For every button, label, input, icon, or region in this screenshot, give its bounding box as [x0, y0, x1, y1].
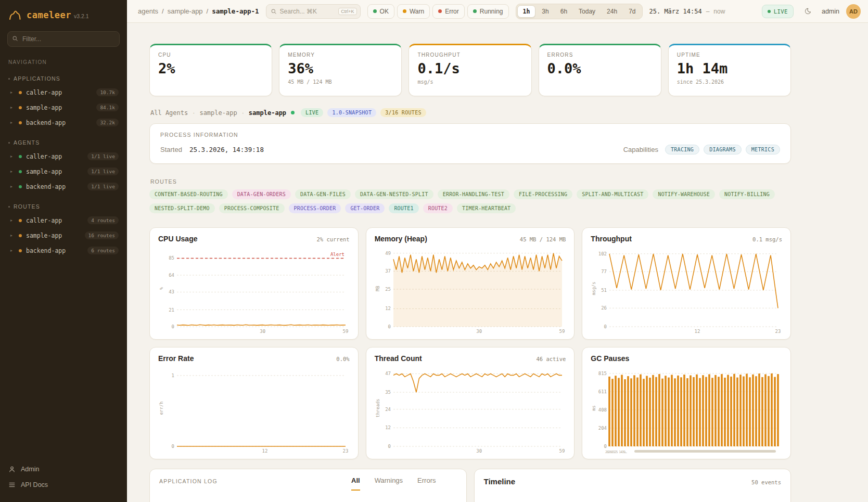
chart-meta: 0.1 msg/s: [752, 236, 782, 242]
context-current-agent[interactable]: sample-app: [249, 109, 286, 117]
sidebar-item[interactable]: ▸ backend-app 6 routes: [0, 243, 127, 258]
breadcrumb-current: sample-app-1: [212, 7, 259, 15]
sidebar-item[interactable]: ▸ sample-app 16 routes: [0, 228, 127, 243]
dashboard-content: CPU 2% MEMORY 36% 45 MB / 124 MB THROUGH…: [127, 23, 868, 502]
route-pill[interactable]: DATA-GEN-NESTED-SPLIT: [355, 189, 433, 199]
sidebar-footer-label: API Docs: [21, 481, 48, 488]
log-tab[interactable]: Warnings: [375, 477, 403, 491]
route-pill[interactable]: ROUTE2: [423, 203, 453, 213]
sidebar-item[interactable]: ▸ caller-app 4 routes: [0, 213, 127, 228]
route-pill[interactable]: PROCESS-COMPOSITE: [219, 203, 285, 213]
sidebar-item[interactable]: ▸ backend-app 32.2k: [0, 115, 127, 130]
breadcrumb-agents[interactable]: agents: [138, 7, 158, 15]
search-icon: [271, 8, 277, 15]
breadcrumb-separator: /: [162, 7, 164, 15]
search-shortcut-kbd: Ctrl+K: [338, 8, 356, 15]
sidebar-item-admin[interactable]: Admin: [8, 461, 119, 477]
sidebar-item[interactable]: ▸ caller-app 10.7k: [0, 85, 127, 100]
sidebar-item[interactable]: ▸ backend-app 1/1 live: [0, 179, 127, 194]
sidebar-item-badge: 6 routes: [87, 247, 119, 254]
route-pill[interactable]: ROUTE1: [389, 203, 418, 213]
gc-x-scrollbar[interactable]: [634, 450, 776, 453]
route-pill[interactable]: DATA-GEN-ORDERS: [232, 189, 291, 199]
app-logo[interactable]: cameleerv3.2.1: [0, 0, 127, 29]
svg-text:611: 611: [598, 389, 607, 394]
status-filter-pill[interactable]: OK: [367, 4, 394, 19]
status-filter-pill[interactable]: Error: [432, 4, 465, 19]
route-pill[interactable]: GET-ORDER: [345, 203, 385, 213]
sidebar-item[interactable]: ▸ caller-app 1/1 live: [0, 149, 127, 164]
stat-label: ERRORS: [547, 52, 653, 58]
route-pill[interactable]: DATA-GEN-FILES: [295, 189, 351, 199]
section-header-applications[interactable]: APPLICATIONS: [0, 73, 127, 85]
agent-badge: 3/16 ROUTES: [380, 108, 426, 117]
time-range-button[interactable]: 7d: [623, 5, 641, 18]
context-crumb-app[interactable]: sample-app: [199, 109, 237, 117]
status-dot: [19, 234, 22, 237]
time-range-button[interactable]: 1h: [517, 5, 536, 18]
sidebar-item-label: backend-app: [26, 183, 83, 190]
time-range-button[interactable]: 3h: [537, 5, 554, 18]
log-tab[interactable]: Errors: [417, 477, 436, 491]
datetime-display[interactable]: 25. März 14:54 – now: [649, 8, 725, 15]
agent-badges: LIVE1.0-SNAPSHOT3/16 ROUTES: [301, 108, 426, 117]
svg-text:err/h: err/h: [159, 402, 164, 415]
time-range-button[interactable]: 24h: [602, 5, 622, 18]
section-header-agents[interactable]: AGENTS: [0, 137, 127, 149]
svg-text:MB: MB: [375, 286, 380, 291]
sidebar-item[interactable]: ▸ sample-app 1/1 live: [0, 164, 127, 179]
time-range-button[interactable]: 6h: [555, 5, 572, 18]
avatar[interactable]: AD: [846, 4, 861, 19]
chart-title: CPU Usage: [158, 235, 197, 243]
route-pill[interactable]: TIMER-HEARTBEAT: [457, 203, 516, 213]
search-input[interactable]: [280, 8, 336, 15]
live-toggle[interactable]: LIVE: [762, 5, 794, 18]
route-pill[interactable]: SPLIT-AND-MULTICAST: [577, 189, 648, 199]
section-bullet-icon: [8, 206, 10, 208]
sidebar-item-label: sample-app: [26, 232, 81, 239]
sidebar-item-badge: 1/1 live: [87, 183, 119, 190]
log-tab-bar: AllWarningsErrors: [351, 477, 436, 491]
route-pill[interactable]: CONTENT-BASED-ROUTING: [149, 189, 228, 199]
dark-mode-toggle[interactable]: [800, 4, 815, 19]
time-range-button[interactable]: Today: [573, 5, 601, 18]
sidebar-item-label: backend-app: [26, 247, 83, 254]
route-pill[interactable]: NOTIFY-BILLING: [719, 189, 775, 199]
log-tab[interactable]: All: [351, 477, 360, 491]
chart-meta: 0.0%: [336, 356, 349, 362]
chevron-right-icon: ▸: [10, 120, 15, 125]
context-crumb-all-agents[interactable]: All Agents: [150, 109, 188, 117]
datetime-separator: –: [706, 8, 710, 15]
section-header-routes[interactable]: ROUTES: [0, 201, 127, 213]
route-pill[interactable]: ERROR-HANDLING-TEST: [438, 189, 509, 199]
breadcrumb: agents / sample-app / sample-app-1: [138, 7, 259, 15]
stat-card: MEMORY 36% 45 MB / 124 MB: [279, 44, 402, 96]
sidebar-item-api-docs[interactable]: API Docs: [8, 477, 119, 493]
sidebar-filter-input[interactable]: [7, 31, 120, 47]
sidebar-item[interactable]: ▸ sample-app 84.1k: [0, 100, 127, 115]
route-pill[interactable]: NOTIFY-WAREHOUSE: [653, 189, 715, 199]
svg-text:30: 30: [476, 448, 482, 454]
svg-text:12: 12: [262, 448, 268, 454]
route-pill[interactable]: PROCESS-ORDER: [289, 203, 341, 213]
svg-text:102: 102: [598, 251, 607, 256]
routes-section-title: ROUTES: [150, 178, 791, 185]
stat-subtext: [158, 79, 263, 85]
status-filter-pill[interactable]: Warn: [397, 4, 430, 19]
svg-text:204: 204: [598, 426, 607, 431]
chart-title: GC Pauses: [591, 354, 629, 363]
breadcrumb-app[interactable]: sample-app: [168, 7, 203, 15]
chart-plot: 0122537493059MB: [375, 246, 566, 335]
chart-title: Throughput: [591, 235, 632, 243]
status-filter-pill[interactable]: Running: [467, 4, 509, 19]
datetime-now-label: now: [713, 8, 725, 15]
global-search[interactable]: Ctrl+K: [266, 4, 361, 19]
svg-text:12: 12: [385, 425, 391, 430]
route-pill[interactable]: NESTED-SPLIT-DEMO: [149, 203, 215, 213]
route-pill[interactable]: FILE-PROCESSING: [514, 189, 572, 199]
agent-live-dot: [291, 111, 295, 114]
stat-subtext: 45 MB / 124 MB: [288, 79, 393, 85]
svg-text:0: 0: [604, 444, 607, 449]
stat-card: CPU 2%: [149, 44, 272, 96]
username: admin: [822, 8, 839, 15]
